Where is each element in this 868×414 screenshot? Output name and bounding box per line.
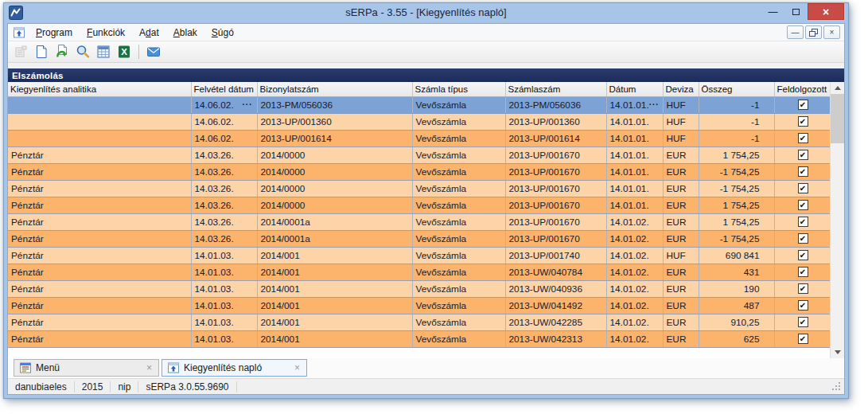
feldolgozott-checkbox[interactable]: ✔ [798, 217, 808, 227]
search-icon[interactable] [74, 43, 91, 61]
cell-bizonylat: 2014/001 [257, 297, 412, 314]
table-row[interactable]: Pénztár14.03.26.2014/0000Vevőszámla2013-… [8, 180, 830, 197]
table-row[interactable]: 14.06.02.2013-UP/001360Vevőszámla2013-UP… [8, 113, 830, 130]
table-row[interactable]: Pénztár14.03.26.2014/0000Vevőszámla2013-… [8, 197, 830, 213]
column-header-tipus[interactable]: Számla típus [412, 82, 505, 96]
cell-feldolgozott: ✔ [774, 297, 830, 314]
table-row[interactable]: 14.06.02.2013-UP/001614Vevőszámla2013-UP… [8, 130, 830, 146]
cell-tipus: Vevőszámla [412, 280, 505, 297]
mdi-minimize-button[interactable]: — [787, 25, 804, 39]
table-row[interactable]: Pénztár14.01.03.2014/001Vevőszámla2013-U… [8, 264, 830, 280]
new-document-icon[interactable] [33, 43, 50, 61]
feldolgozott-checkbox[interactable]: ✔ [798, 267, 808, 277]
scroll-down-button[interactable] [831, 346, 844, 358]
cell-osszeg: 431 [699, 264, 774, 280]
menu-sugo[interactable]: Súgó [204, 25, 241, 40]
window-maximize-button[interactable] [784, 3, 808, 20]
feldolgozott-checkbox[interactable]: ✔ [798, 300, 808, 310]
cell-felvetel: 14.03.26. [191, 180, 257, 197]
calculator-icon[interactable] [95, 43, 112, 61]
window-close-button[interactable]: × [808, 3, 844, 20]
cell-osszeg: -1 [699, 130, 774, 146]
feldolgozott-checkbox[interactable]: ✔ [798, 116, 808, 127]
felvetel-value: 14.01.03. [195, 267, 234, 278]
feldolgozott-checkbox[interactable]: ✔ [798, 166, 808, 177]
table-row[interactable]: Pénztár14.03.26.2014/0000Vevőszámla2013-… [8, 163, 830, 180]
cell-tipus: Vevőszámla [412, 247, 505, 264]
mdi-close-icon: × [830, 28, 835, 37]
tab-kiegyenlites-naplo[interactable]: Kiegyenlítés napló × [162, 359, 307, 377]
mdi-document-icon [13, 26, 25, 39]
cell-tipus: Vevőszámla [412, 330, 505, 347]
table-row[interactable]: Pénztár14.03.26.2014/0001aVevőszámla2013… [8, 213, 830, 230]
cell-felvetel: 14.01.03. [191, 314, 257, 330]
feldolgozott-checkbox[interactable]: ✔ [798, 250, 808, 260]
window-minimize-button[interactable]: — [761, 3, 784, 20]
column-header-bizonylat[interactable]: Bizonylatszám [257, 82, 412, 96]
scroll-up-button[interactable] [831, 82, 844, 94]
resize-grip[interactable] [832, 382, 841, 391]
datum-value: 14.01.01. [610, 133, 649, 144]
tab-kiegyenlites-naplo-close-icon[interactable]: × [293, 362, 302, 373]
mail-icon[interactable] [145, 43, 162, 61]
cell-szamlaszam: 2013-UP/001614 [505, 130, 606, 146]
menu-adat[interactable]: Adat [132, 25, 166, 40]
cell-felvetel: 14.01.03. [191, 247, 257, 264]
tab-bar: Menü × Kiegyenlítés napló × [8, 358, 844, 378]
feldolgozott-checkbox[interactable]: ✔ [798, 100, 808, 110]
mdi-restore-button[interactable] [805, 25, 822, 39]
mdi-close-button[interactable]: × [823, 25, 840, 39]
feldolgozott-checkbox[interactable]: ✔ [798, 317, 808, 327]
table-row[interactable]: Pénztár14.01.03.2014/001Vevőszámla2013-U… [8, 330, 830, 347]
ellipsis-button[interactable]: ··· [243, 100, 254, 109]
feldolgozott-checkbox[interactable]: ✔ [798, 150, 808, 160]
column-header-datum[interactable]: Dátum [606, 82, 663, 96]
cell-szamlaszam: 2013-UP/001360 [505, 113, 606, 130]
table-row[interactable]: Pénztár14.01.03.2014/001Vevőszámla2013-U… [8, 280, 830, 297]
refresh-document-icon[interactable] [53, 43, 71, 61]
cell-feldolgozott: ✔ [774, 113, 830, 130]
vertical-scrollbar[interactable] [830, 82, 844, 358]
cell-felvetel: 14.03.26. [191, 213, 257, 230]
column-header-felvetel[interactable]: Felvétel dátum [191, 82, 257, 96]
table-row[interactable]: 14.06.02.···2013-PM/056036Vevőszámla2013… [8, 96, 830, 113]
cell-analitika: Pénztár [8, 146, 191, 163]
column-header-deviza[interactable]: Deviza [663, 82, 699, 96]
table-row[interactable]: Pénztár14.03.26.2014/0000Vevőszámla2013-… [8, 146, 830, 163]
cell-datum: 14.01.01. [606, 113, 663, 130]
status-company: nip [111, 381, 138, 393]
cell-datum: 14.01.01.··· [606, 96, 663, 113]
table-row[interactable]: Pénztár14.01.03.2014/001Vevőszámla2013-U… [8, 247, 830, 264]
tab-menu[interactable]: Menü × [14, 359, 159, 377]
table-row[interactable]: Pénztár14.03.26.2014/0001aVevőszámla2013… [8, 230, 830, 247]
cell-analitika: Pénztár [8, 247, 191, 264]
chevron-down-icon [835, 350, 841, 354]
feldolgozott-checkbox[interactable]: ✔ [798, 133, 808, 143]
cell-datum: 14.01.01. [606, 163, 663, 180]
cell-szamlaszam: 2013-UP/001670 [505, 180, 606, 197]
column-header-feldolgozott[interactable]: Feldolgozott [774, 82, 830, 96]
tab-menu-label: Menü [36, 362, 141, 373]
feldolgozott-checkbox[interactable]: ✔ [798, 334, 808, 344]
feldolgozott-checkbox[interactable]: ✔ [798, 233, 808, 244]
tab-menu-close-icon[interactable]: × [145, 362, 154, 373]
cell-felvetel: 14.06.02. [191, 130, 257, 146]
table-row[interactable]: Pénztár14.01.03.2014/001Vevőszámla2013-U… [8, 297, 830, 314]
feldolgozott-checkbox[interactable]: ✔ [798, 200, 808, 210]
column-header-szamlaszam[interactable]: Számlaszám [505, 82, 606, 96]
feldolgozott-checkbox[interactable]: ✔ [798, 183, 808, 193]
excel-export-icon[interactable]: X [115, 43, 133, 61]
menu-funkciok[interactable]: Funkciók [80, 25, 132, 40]
table-row[interactable]: Pénztár14.01.03.2014/001Vevőszámla2013-U… [8, 314, 830, 330]
column-header-osszeg[interactable]: Összeg [699, 82, 774, 96]
scrollbar-thumb[interactable] [831, 94, 844, 143]
cell-datum: 14.01.02. [606, 280, 663, 297]
column-header-analitika[interactable]: Kiegyenlítés analitika [8, 82, 191, 96]
feldolgozott-checkbox[interactable]: ✔ [798, 283, 808, 294]
menu-program[interactable]: Program [29, 25, 80, 40]
cell-osszeg: 190 [699, 280, 774, 297]
cell-datum: 14.01.01. [606, 146, 663, 163]
menu-ablak[interactable]: Ablak [166, 25, 204, 40]
ellipsis-button[interactable]: ··· [649, 100, 660, 109]
felvetel-value: 14.06.02. [195, 100, 234, 111]
